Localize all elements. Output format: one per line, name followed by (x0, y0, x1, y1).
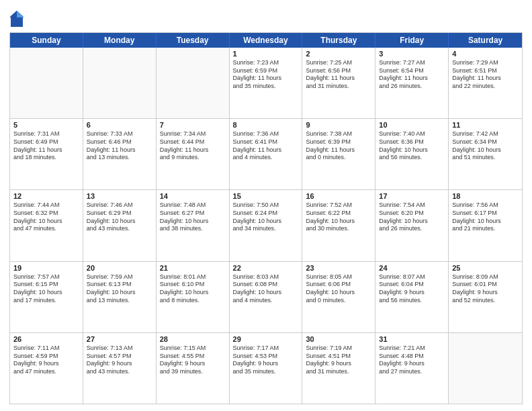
day-number: 24 (379, 264, 445, 272)
cell-info: Sunrise: 7:38 AM Sunset: 6:39 PM Dayligh… (306, 130, 371, 162)
day-number: 27 (87, 335, 152, 343)
day-number: 1 (233, 50, 299, 58)
calendar-row-5: 26Sunrise: 7:11 AM Sunset: 4:59 PM Dayli… (10, 333, 522, 404)
calendar-row-2: 5Sunrise: 7:31 AM Sunset: 6:49 PM Daylig… (10, 119, 522, 190)
day-number: 15 (233, 192, 299, 200)
cal-cell-r0-c5: 3Sunrise: 7:27 AM Sunset: 6:54 PM Daylig… (375, 48, 449, 118)
day-number: 25 (452, 264, 519, 272)
cal-cell-r2-c2: 14Sunrise: 7:48 AM Sunset: 6:27 PM Dayli… (157, 190, 230, 261)
cal-cell-r2-c6: 18Sunrise: 7:56 AM Sunset: 6:17 PM Dayli… (449, 190, 522, 261)
day-number: 12 (13, 192, 79, 200)
day-number: 8 (233, 121, 299, 129)
cal-cell-r3-c4: 23Sunrise: 8:05 AM Sunset: 6:06 PM Dayli… (302, 262, 375, 332)
cell-info: Sunrise: 7:33 AM Sunset: 6:46 PM Dayligh… (87, 130, 152, 162)
cell-info: Sunrise: 7:34 AM Sunset: 6:44 PM Dayligh… (160, 130, 226, 162)
cell-info: Sunrise: 7:29 AM Sunset: 6:51 PM Dayligh… (452, 59, 519, 91)
cal-cell-r3-c5: 24Sunrise: 8:07 AM Sunset: 6:04 PM Dayli… (375, 262, 449, 332)
cal-cell-r3-c6: 25Sunrise: 8:09 AM Sunset: 6:01 PM Dayli… (449, 262, 522, 332)
day-number: 21 (160, 264, 226, 272)
cal-cell-r0-c0 (10, 48, 83, 118)
day-number: 5 (13, 121, 79, 129)
day-number: 11 (452, 121, 519, 129)
cal-cell-r4-c6 (449, 333, 522, 404)
cal-cell-r0-c3: 1Sunrise: 7:23 AM Sunset: 6:59 PM Daylig… (230, 48, 303, 118)
day-number: 29 (233, 335, 299, 343)
cal-cell-r2-c5: 17Sunrise: 7:54 AM Sunset: 6:20 PM Dayli… (375, 190, 449, 261)
cal-cell-r0-c2 (157, 48, 230, 118)
cell-info: Sunrise: 7:40 AM Sunset: 6:36 PM Dayligh… (379, 130, 445, 162)
day-number: 31 (379, 335, 445, 343)
cal-cell-r1-c5: 10Sunrise: 7:40 AM Sunset: 6:36 PM Dayli… (375, 119, 449, 189)
cal-cell-r4-c0: 26Sunrise: 7:11 AM Sunset: 4:59 PM Dayli… (10, 333, 83, 404)
cell-info: Sunrise: 7:56 AM Sunset: 6:17 PM Dayligh… (452, 201, 519, 233)
day-number: 17 (379, 192, 445, 200)
header-day-tuesday: Tuesday (157, 33, 230, 48)
day-number: 10 (379, 121, 445, 129)
cal-cell-r1-c4: 9Sunrise: 7:38 AM Sunset: 6:39 PM Daylig… (302, 119, 375, 189)
day-number: 20 (87, 264, 152, 272)
header-day-friday: Friday (375, 33, 449, 48)
cell-info: Sunrise: 7:19 AM Sunset: 4:51 PM Dayligh… (306, 345, 371, 376)
day-number: 14 (160, 192, 226, 200)
cell-info: Sunrise: 8:01 AM Sunset: 6:10 PM Dayligh… (160, 273, 226, 305)
day-number: 19 (13, 264, 79, 272)
cal-cell-r3-c0: 19Sunrise: 7:57 AM Sunset: 6:15 PM Dayli… (10, 262, 83, 332)
cell-info: Sunrise: 7:27 AM Sunset: 6:54 PM Dayligh… (379, 59, 445, 91)
cal-cell-r2-c1: 13Sunrise: 7:46 AM Sunset: 6:29 PM Dayli… (83, 190, 157, 261)
cal-cell-r2-c0: 12Sunrise: 7:44 AM Sunset: 6:32 PM Dayli… (10, 190, 83, 261)
cal-cell-r0-c6: 4Sunrise: 7:29 AM Sunset: 6:51 PM Daylig… (449, 48, 522, 118)
cal-cell-r3-c2: 21Sunrise: 8:01 AM Sunset: 6:10 PM Dayli… (157, 262, 230, 332)
header (9, 7, 523, 28)
cal-cell-r2-c3: 15Sunrise: 7:50 AM Sunset: 6:24 PM Dayli… (230, 190, 303, 261)
cell-info: Sunrise: 7:23 AM Sunset: 6:59 PM Dayligh… (233, 59, 299, 91)
header-day-sunday: Sunday (10, 33, 83, 48)
cell-info: Sunrise: 7:13 AM Sunset: 4:57 PM Dayligh… (87, 345, 152, 376)
cal-cell-r4-c5: 31Sunrise: 7:21 AM Sunset: 4:48 PM Dayli… (375, 333, 449, 404)
logo-icon (9, 9, 24, 28)
cal-cell-r1-c2: 7Sunrise: 7:34 AM Sunset: 6:44 PM Daylig… (157, 119, 230, 189)
cal-cell-r4-c1: 27Sunrise: 7:13 AM Sunset: 4:57 PM Dayli… (83, 333, 157, 404)
header-day-wednesday: Wednesday (230, 33, 303, 48)
cell-info: Sunrise: 7:36 AM Sunset: 6:41 PM Dayligh… (233, 130, 299, 162)
cal-cell-r1-c1: 6Sunrise: 7:33 AM Sunset: 6:46 PM Daylig… (83, 119, 157, 189)
day-number: 30 (306, 335, 371, 343)
calendar-header: SundayMondayTuesdayWednesdayThursdayFrid… (10, 33, 522, 48)
svg-marker-2 (9, 11, 17, 17)
cal-cell-r4-c4: 30Sunrise: 7:19 AM Sunset: 4:51 PM Dayli… (302, 333, 375, 404)
calendar: SundayMondayTuesdayWednesdayThursdayFrid… (9, 32, 523, 404)
day-number: 16 (306, 192, 371, 200)
cal-cell-r0-c1 (83, 48, 157, 118)
day-number: 23 (306, 264, 371, 272)
cell-info: Sunrise: 7:50 AM Sunset: 6:24 PM Dayligh… (233, 201, 299, 233)
cell-info: Sunrise: 7:59 AM Sunset: 6:13 PM Dayligh… (87, 273, 152, 305)
cell-info: Sunrise: 7:52 AM Sunset: 6:22 PM Dayligh… (306, 201, 371, 233)
cell-info: Sunrise: 7:54 AM Sunset: 6:20 PM Dayligh… (379, 201, 445, 233)
cal-cell-r1-c0: 5Sunrise: 7:31 AM Sunset: 6:49 PM Daylig… (10, 119, 83, 189)
day-number: 7 (160, 121, 226, 129)
cal-cell-r3-c3: 22Sunrise: 8:03 AM Sunset: 6:08 PM Dayli… (230, 262, 303, 332)
cell-info: Sunrise: 7:48 AM Sunset: 6:27 PM Dayligh… (160, 201, 226, 233)
cell-info: Sunrise: 7:21 AM Sunset: 4:48 PM Dayligh… (379, 345, 445, 376)
cell-info: Sunrise: 8:03 AM Sunset: 6:08 PM Dayligh… (233, 273, 299, 305)
cal-cell-r1-c6: 11Sunrise: 7:42 AM Sunset: 6:34 PM Dayli… (449, 119, 522, 189)
day-number: 9 (306, 121, 371, 129)
day-number: 28 (160, 335, 226, 343)
cell-info: Sunrise: 8:05 AM Sunset: 6:06 PM Dayligh… (306, 273, 371, 305)
cal-cell-r3-c1: 20Sunrise: 7:59 AM Sunset: 6:13 PM Dayli… (83, 262, 157, 332)
cal-cell-r4-c2: 28Sunrise: 7:15 AM Sunset: 4:55 PM Dayli… (157, 333, 230, 404)
cell-info: Sunrise: 7:44 AM Sunset: 6:32 PM Dayligh… (13, 201, 79, 233)
calendar-row-1: 1Sunrise: 7:23 AM Sunset: 6:59 PM Daylig… (10, 48, 522, 119)
cell-info: Sunrise: 7:17 AM Sunset: 4:53 PM Dayligh… (233, 345, 299, 376)
day-number: 18 (452, 192, 519, 200)
day-number: 26 (13, 335, 79, 343)
cell-info: Sunrise: 7:57 AM Sunset: 6:15 PM Dayligh… (13, 273, 79, 305)
day-number: 3 (379, 50, 445, 58)
cell-info: Sunrise: 7:15 AM Sunset: 4:55 PM Dayligh… (160, 345, 226, 376)
cell-info: Sunrise: 7:11 AM Sunset: 4:59 PM Dayligh… (13, 345, 79, 376)
calendar-row-4: 19Sunrise: 7:57 AM Sunset: 6:15 PM Dayli… (10, 262, 522, 333)
calendar-body: 1Sunrise: 7:23 AM Sunset: 6:59 PM Daylig… (10, 48, 522, 404)
cell-info: Sunrise: 7:31 AM Sunset: 6:49 PM Dayligh… (13, 130, 79, 162)
cal-cell-r0-c4: 2Sunrise: 7:25 AM Sunset: 6:56 PM Daylig… (302, 48, 375, 118)
day-number: 13 (87, 192, 152, 200)
logo (9, 9, 27, 28)
